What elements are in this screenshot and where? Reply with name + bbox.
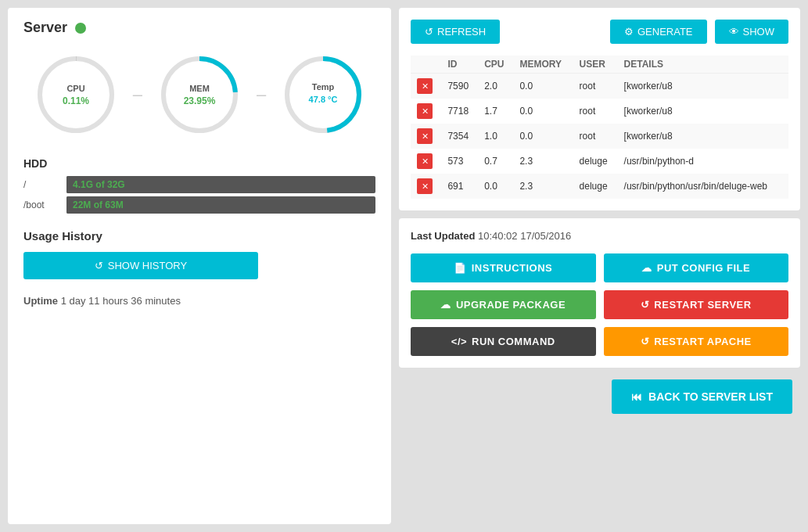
left-panel: Server CPU 0.11% – [8, 8, 391, 524]
temp-gauge-svg: Temp 47.8 °C [276, 48, 370, 142]
cpu-cell: 0.0 [478, 174, 513, 199]
back-row: ⏮ BACK TO SERVER LIST [399, 368, 800, 422]
gauges-row: CPU 0.11% – MEM 23.95% – [23, 48, 375, 142]
show-button[interactable]: 👁 SHOW [715, 20, 788, 44]
kill-cell: ✕ [411, 74, 441, 99]
th-details: DETAILS [618, 56, 788, 74]
hdd-drive-2: /boot 22M of 63M [23, 196, 375, 214]
memory-cell: 0.0 [513, 74, 573, 99]
mem-gauge: MEM 23.95% [153, 48, 246, 142]
id-cell: 7718 [441, 99, 478, 124]
action-buttons-grid: 📄 INSTRUCTIONS ☁ PUT CONFIG FILE ☁ UPGRA… [411, 253, 788, 356]
temp-gauge: Temp 47.8 °C [276, 48, 370, 142]
kill-cell: ✕ [411, 149, 441, 174]
hdd-bar-text-2: 22M of 63M [73, 200, 124, 210]
usage-history-section: Usage History ↺ SHOW HISTORY [23, 229, 375, 279]
user-cell: root [573, 124, 618, 149]
kill-cell: ✕ [411, 174, 441, 199]
hdd-section: HDD / 4.1G of 32G /boot 22M of 63M [23, 157, 375, 214]
run-command-button[interactable]: </> RUN COMMAND [411, 327, 596, 356]
cpu-cell: 1.0 [478, 124, 513, 149]
id-cell: 573 [441, 149, 478, 174]
svg-text:Temp: Temp [312, 82, 335, 92]
hdd-bar-wrap-2: 22M of 63M [66, 196, 375, 214]
restart-server-button[interactable]: ↺ RESTART SERVER [604, 290, 789, 319]
kill-button-4[interactable]: ✕ [417, 178, 433, 194]
kill-button-0[interactable]: ✕ [417, 78, 433, 94]
uptime-value-text: 1 day 11 hours 36 minutes [61, 295, 181, 307]
table-row: ✕ 573 0.7 2.3 deluge /usr/bin/python-d [411, 149, 788, 174]
id-cell: 7590 [441, 74, 478, 99]
cpu-gauge: CPU 0.11% [29, 48, 123, 142]
refresh-label: REFRESH [437, 26, 486, 38]
details-cell: /usr/bin/python-d [618, 149, 788, 174]
memory-cell: 0.0 [513, 124, 573, 149]
restart-apache-button[interactable]: ↺ RESTART APACHE [604, 327, 789, 356]
upgrade-package-button[interactable]: ☁ UPGRADE PACKAGE [411, 290, 596, 319]
run-command-label: RUN COMMAND [472, 336, 555, 347]
right-bottom: Last Updated 10:40:02 17/05/2016 📄 INSTR… [399, 218, 800, 368]
kill-button-3[interactable]: ✕ [417, 153, 433, 169]
last-updated: Last Updated 10:40:02 17/05/2016 [411, 230, 788, 242]
server-status-dot [75, 23, 86, 34]
cpu-gauge-svg: CPU 0.11% [29, 48, 123, 142]
upgrade-icon: ☁ [440, 299, 451, 311]
show-history-button[interactable]: ↺ SHOW HISTORY [23, 252, 258, 279]
svg-text:0.11%: 0.11% [63, 95, 89, 106]
last-updated-label: Last Updated [411, 230, 475, 242]
generate-button[interactable]: ⚙ GENERATE [610, 20, 707, 44]
restart-server-icon: ↺ [641, 299, 650, 311]
user-cell: deluge [573, 174, 618, 199]
details-cell: [kworker/u8 [618, 99, 788, 124]
hdd-bar-text-1: 4.1G of 32G [73, 179, 125, 190]
history-icon: ↺ [95, 260, 103, 271]
hdd-bar-wrap-1: 4.1G of 32G [66, 176, 375, 193]
generate-icon: ⚙ [624, 26, 634, 38]
user-cell: root [573, 74, 618, 99]
uptime-row: Uptime 1 day 11 hours 36 minutes [23, 295, 375, 307]
svg-text:MEM: MEM [189, 84, 210, 93]
gauge-sep-2: – [257, 84, 266, 105]
instructions-icon: 📄 [454, 262, 467, 274]
right-top: ↺ REFRESH ⚙ GENERATE 👁 SHOW ID [399, 8, 800, 210]
svg-point-0 [40, 59, 112, 131]
table-row: ✕ 691 0.0 2.3 deluge /usr/bin/python/usr… [411, 174, 788, 199]
details-cell: /usr/bin/python/usr/bin/deluge-web [618, 174, 788, 199]
memory-cell: 2.3 [513, 149, 573, 174]
th-user: USER [573, 56, 618, 74]
svg-text:47.8 °C: 47.8 °C [309, 95, 338, 104]
th-cpu: CPU [478, 56, 513, 74]
back-to-server-list-button[interactable]: ⏮ BACK TO SERVER LIST [612, 379, 792, 414]
restart-server-label: RESTART SERVER [654, 299, 751, 311]
show-icon: 👁 [729, 26, 739, 38]
show-label: SHOW [743, 26, 774, 38]
th-memory: MEMORY [513, 56, 573, 74]
instructions-button[interactable]: 📄 INSTRUCTIONS [411, 253, 596, 282]
put-config-label: PUT CONFIG FILE [657, 262, 750, 274]
kill-button-2[interactable]: ✕ [417, 128, 433, 144]
kill-cell: ✕ [411, 124, 441, 149]
table-row: ✕ 7718 1.7 0.0 root [kworker/u8 [411, 99, 788, 124]
usage-history-title: Usage History [23, 229, 375, 243]
server-title-text: Server [23, 20, 67, 36]
kill-button-1[interactable]: ✕ [417, 103, 433, 119]
upgrade-label: UPGRADE PACKAGE [456, 299, 566, 311]
put-config-button[interactable]: ☁ PUT CONFIG FILE [604, 253, 789, 282]
server-title-row: Server [23, 20, 375, 36]
refresh-button[interactable]: ↺ REFRESH [411, 20, 500, 44]
run-command-icon: </> [451, 336, 467, 347]
table-row: ✕ 7354 1.0 0.0 root [kworker/u8 [411, 124, 788, 149]
instructions-label: INSTRUCTIONS [472, 262, 553, 274]
svg-text:23.95%: 23.95% [184, 95, 216, 106]
process-table: ID CPU MEMORY USER DETAILS ✕ 7590 2.0 0.… [411, 56, 788, 199]
restart-apache-label: RESTART APACHE [654, 336, 751, 347]
cpu-cell: 1.7 [478, 99, 513, 124]
id-cell: 7354 [441, 124, 478, 149]
top-buttons: ↺ REFRESH ⚙ GENERATE 👁 SHOW [411, 20, 788, 44]
uptime-label: Uptime [23, 295, 58, 307]
table-header-row: ID CPU MEMORY USER DETAILS [411, 56, 788, 74]
back-icon: ⏮ [631, 390, 642, 403]
back-label: BACK TO SERVER LIST [648, 390, 773, 403]
table-row: ✕ 7590 2.0 0.0 root [kworker/u8 [411, 74, 788, 99]
gauge-sep-1: – [133, 84, 142, 105]
